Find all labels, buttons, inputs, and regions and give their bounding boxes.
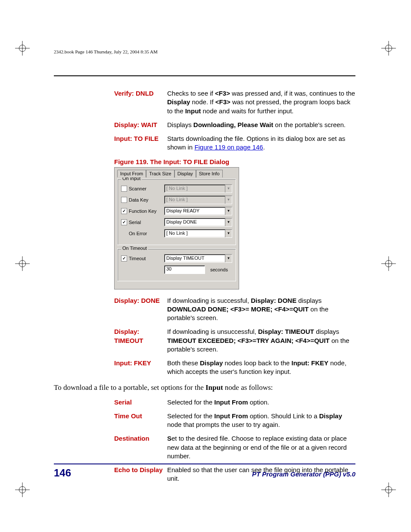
header-rule [54,75,355,76]
combo-value: [ No Link ] [165,185,225,193]
dialog-row: Data Key[ No Link ]▼ [121,196,232,204]
combo-box[interactable]: Display DONE▼ [164,218,232,227]
definition-row: Display: DONEIf downloading is successfu… [114,296,355,323]
chevron-down-icon[interactable]: ▼ [225,218,232,226]
input-tofile-dialog: Input FromTrack SizeDisplayStore Info On… [114,167,239,289]
definition-term: Serial [114,398,167,407]
definition-row: DestinationSet to the desired file. Choo… [114,434,355,460]
on-timeout-group: On Timeout Timeout Display TIMEOUT ▼ 30 … [117,249,236,281]
definition-row: Verify: DNLDChecks to see if <F3> was pr… [114,89,355,115]
timeout-label: Timeout [129,256,146,261]
definition-body: Checks to see if <F3> was pressed and, i… [167,89,355,115]
definition-body: Both these Display nodes loop back to th… [167,359,355,376]
definition-row: Time OutSelected for the Input From opti… [114,412,355,429]
page-footer: 146 PT Program Generator (PPG) v5.0 [54,464,355,479]
crop-mark-icon [15,482,30,497]
crop-mark-icon [381,256,396,271]
timeout-checkbox[interactable] [121,255,127,261]
combo-value: Display DONE [165,218,225,226]
dialog-row: SerialDisplay DONE▼ [121,218,232,227]
timeout-combo[interactable]: Display TIMEOUT ▼ [164,254,232,263]
footer-title: PT Program Generator (PPG) v5.0 [252,470,355,478]
crop-mark-icon [381,482,396,497]
dialog-row: Scanner[ No Link ]▼ [121,184,232,193]
chevron-down-icon: ▼ [225,185,232,193]
definition-body: Selected for the Input From option. [167,398,355,407]
definition-body: If downloading is unsuccessful, Display:… [167,327,355,354]
page-number: 146 [54,467,71,479]
dialog-tab[interactable]: Store Info [196,170,223,177]
definition-term: Display: WAIT [114,121,167,129]
definition-row: SerialSelected for the Input From option… [114,398,355,407]
dialog-row: On Error[ No Link ]▼ [121,229,232,238]
combo-box[interactable]: [ No Link ]▼ [164,229,232,238]
checkbox[interactable] [121,219,127,225]
crop-mark-icon [15,41,30,56]
print-header: 2342.book Page 146 Thursday, July 22, 20… [54,49,158,54]
row-label: Function Key [129,208,156,214]
definition-body: If downloading is successful, Display: D… [167,296,355,323]
row-label: Scanner [129,186,146,191]
definition-term: Input: FKEY [114,359,167,376]
dialog-row: Function KeyDisplay READY▼ [121,207,232,215]
definition-term: Display: TIMEOUT [114,327,167,354]
seconds-suffix: seconds [210,267,228,272]
combo-value: [ No Link ] [165,196,225,204]
definition-term: Verify: DNLD [114,89,167,115]
checkbox[interactable] [121,197,127,203]
dialog-tab[interactable]: Input From [117,170,146,177]
combo-box[interactable]: Display READY▼ [164,207,232,215]
chevron-down-icon: ▼ [225,196,232,204]
definition-term: Destination [114,434,167,460]
definition-row: Input: TO FILEStarts downloading the fil… [114,134,355,152]
figure-caption: Figure 119. The Input: TO FILE Dialog [114,158,355,165]
definitions-block-1: Verify: DNLDChecks to see if <F3> was pr… [114,89,355,152]
row-label: Serial [129,220,141,225]
definition-row: Display: TIMEOUTIf downloading is unsucc… [114,327,355,354]
dialog-tabs: Input FromTrack SizeDisplayStore Info [117,169,236,177]
chevron-down-icon[interactable]: ▼ [225,207,232,215]
body-paragraph: To download a file to a portable, set op… [54,383,355,392]
combo-box: [ No Link ]▼ [164,196,232,204]
definition-term: Time Out [114,412,167,429]
definition-row: Input: FKEYBoth these Display nodes loop… [114,359,355,376]
definition-body: Selected for the Input From option. Shou… [167,412,355,429]
combo-value: Display READY [165,207,225,215]
seconds-input[interactable]: 30 [164,265,205,274]
checkbox[interactable] [121,208,127,214]
dialog-tab[interactable]: Track Size [146,170,174,177]
combo-box: [ No Link ]▼ [164,184,232,193]
chevron-down-icon[interactable]: ▼ [225,230,232,237]
chevron-down-icon[interactable]: ▼ [225,255,232,262]
group-legend: On Timeout [121,246,148,251]
definition-body: Starts downloading the file. Options in … [167,134,355,152]
definition-body: Displays Downloading, Please Wait on the… [167,121,355,129]
dialog-tab[interactable]: Display [174,170,196,177]
row-label: On Error [129,231,147,236]
crop-mark-icon [381,41,396,56]
crop-mark-icon [15,256,30,271]
on-input-group: On Input Scanner[ No Link ]▼Data Key[ No… [117,179,236,245]
combo-value: Display TIMEOUT [165,255,225,262]
definition-body: Set to the desired file. Choose to repla… [167,434,355,460]
combo-value: [ No Link ] [165,230,225,237]
row-label: Data Key [129,197,148,202]
definitions-block-2: Display: DONEIf downloading is successfu… [114,296,355,376]
definition-term: Input: TO FILE [114,134,167,152]
checkbox[interactable] [121,186,127,192]
definition-row: Display: WAITDisplays Downloading, Pleas… [114,121,355,129]
definition-term: Display: DONE [114,296,167,323]
footer-rule [54,464,355,464]
